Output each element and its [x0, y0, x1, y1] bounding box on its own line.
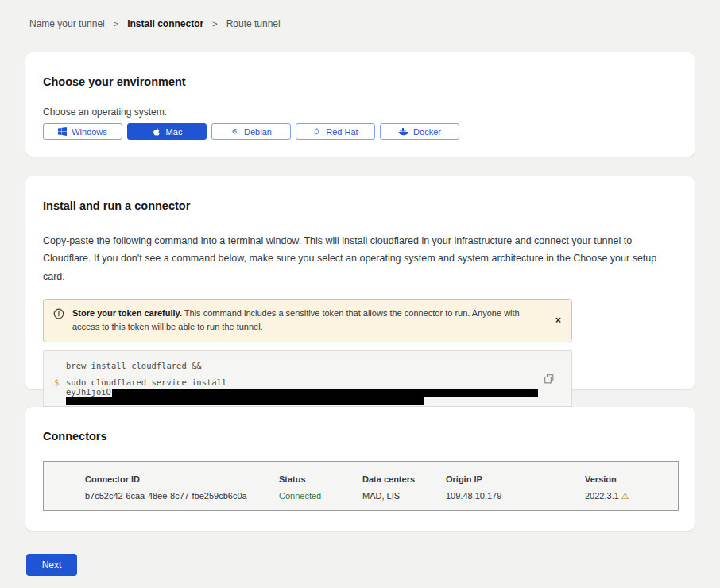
install-connector-title: Install and run a connector	[25, 176, 695, 212]
connectors-table: Connector ID Status Data centers Origin …	[43, 461, 679, 511]
redhat-icon	[312, 127, 321, 137]
breadcrumb-separator: >	[212, 19, 217, 29]
code-token: eyJhIjoiO	[66, 388, 538, 397]
breadcrumb-separator: >	[114, 19, 118, 29]
page: Name your tunnel > Install connector > R…	[0, 0, 720, 588]
breadcrumb-route-tunnel[interactable]: Route tunnel	[226, 18, 281, 29]
os-button-label: Windows	[72, 127, 107, 137]
os-button-label: Docker	[413, 127, 441, 137]
os-select-label: Choose an operating system:	[43, 106, 677, 118]
install-connector-card: Install and run a connector Copy-paste t…	[25, 176, 695, 389]
connector-status-value: Connected	[279, 491, 362, 501]
windows-icon	[58, 127, 67, 136]
redacted-token-bar	[66, 397, 424, 405]
header-status: Status	[279, 474, 362, 484]
redacted-token-bar	[112, 389, 538, 397]
choose-environment-card: Choose your environment Choose an operat…	[25, 52, 695, 157]
alert-bold-text: Store your token carefully.	[72, 308, 182, 318]
connector-datacenters-value: MAD, LIS	[362, 491, 446, 501]
code-line: brew install cloudflared &&	[44, 362, 571, 371]
os-button-docker[interactable]: Docker	[380, 123, 459, 140]
docker-icon	[398, 127, 408, 136]
copy-icon[interactable]	[543, 373, 555, 388]
connectors-title: Connectors	[25, 407, 695, 443]
connector-origin-ip-value: 109.48.10.179	[446, 491, 585, 501]
code-text: brew install cloudflared &&	[66, 362, 202, 371]
choose-environment-title: Choose your environment	[25, 52, 695, 88]
os-button-redhat[interactable]: Red Hat	[296, 123, 375, 140]
connectors-card: Connectors Connector ID Status Data cent…	[25, 407, 695, 531]
header-data-centers: Data centers	[362, 474, 446, 484]
install-command-codeblock[interactable]: brew install cloudflared && $ sudo cloud…	[43, 350, 572, 407]
version-warning-icon: ⚠	[621, 491, 629, 501]
apple-icon	[152, 127, 161, 137]
code-gutter	[44, 397, 66, 405]
debian-icon	[230, 127, 239, 136]
header-connector-id: Connector ID	[85, 474, 279, 484]
os-button-label: Mac	[166, 127, 183, 137]
header-origin-ip: Origin IP	[446, 474, 585, 484]
close-icon[interactable]: ×	[552, 313, 564, 327]
breadcrumb: Name your tunnel > Install connector > R…	[29, 18, 281, 29]
header-version: Version	[585, 474, 672, 484]
code-gutter	[44, 388, 66, 397]
os-button-label: Debian	[244, 127, 272, 137]
breadcrumb-name-your-tunnel[interactable]: Name your tunnel	[29, 18, 105, 29]
code-line: eyJhIjoiO	[44, 388, 571, 397]
connector-id-value: b7c52c42-6caa-48ee-8c77-fbe259cb6c0a	[85, 491, 279, 501]
code-line: $ sudo cloudflared service install	[44, 378, 571, 388]
os-button-mac[interactable]: Mac	[127, 123, 207, 140]
os-button-group: Windows Mac Debian Red Hat	[25, 123, 695, 140]
code-line	[44, 397, 571, 405]
os-button-label: Red Hat	[326, 127, 358, 137]
os-button-debian[interactable]: Debian	[211, 123, 291, 140]
shell-prompt: $	[44, 378, 66, 388]
os-button-windows[interactable]: Windows	[43, 123, 122, 140]
breadcrumb-install-connector[interactable]: Install connector	[127, 18, 203, 29]
next-button[interactable]: Next	[26, 554, 77, 576]
connector-version-value: 2022.3.1⚠	[585, 491, 672, 501]
install-description: Copy-paste the following command into a …	[43, 232, 677, 285]
token-warning-alert: Store your token carefully. This command…	[43, 299, 572, 342]
info-circle-icon	[53, 308, 64, 324]
code-gutter	[44, 362, 66, 371]
connectors-table-header: Connector ID Status Data centers Origin …	[85, 474, 678, 484]
connector-table-row: b7c52c42-6caa-48ee-8c77-fbe259cb6c0a Con…	[85, 491, 678, 501]
